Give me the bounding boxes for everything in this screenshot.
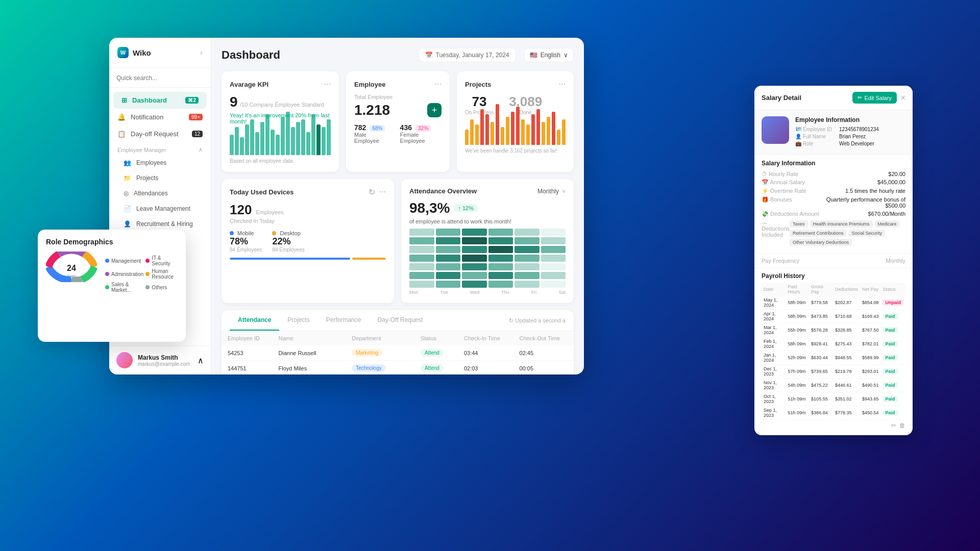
heatmap-cell bbox=[488, 237, 513, 244]
table-row[interactable]: 144751 Floyd Miles Technology Attend 02:… bbox=[222, 361, 574, 375]
legend-label: Sales & Market... bbox=[111, 282, 143, 293]
payroll-status: Paid bbox=[880, 406, 905, 420]
heatmap-cell bbox=[488, 229, 513, 236]
donut-svg: 24 Roles bbox=[46, 252, 97, 282]
heatmap-cell bbox=[436, 246, 461, 253]
payroll-net: $782.01 bbox=[860, 337, 881, 351]
attendance-sub: of employee is attend to work this month… bbox=[409, 218, 566, 224]
overtime-rate-row: ⚡ Overtime Rate 1.5 times the hourly rat… bbox=[762, 188, 905, 194]
close-button[interactable]: × bbox=[901, 93, 905, 103]
emp-role-val: Web Developer bbox=[839, 141, 874, 146]
sidebar-item-projects[interactable]: 📁 Projects bbox=[109, 170, 211, 186]
projects-menu-button[interactable]: ··· bbox=[559, 80, 566, 89]
kpi-bar bbox=[276, 135, 280, 155]
role-demographics-panel: Role Demographics 24 Roles ManagementIT … bbox=[38, 230, 186, 342]
devices-label: Employees bbox=[256, 209, 283, 215]
payroll-gross: $576.28 bbox=[809, 323, 833, 337]
cell-name: Dianne Russell bbox=[273, 345, 346, 361]
employee-photo bbox=[762, 116, 789, 144]
user-menu-icon[interactable]: ∧ bbox=[198, 356, 204, 365]
heatmap-cell bbox=[541, 263, 566, 270]
kpi-bar bbox=[316, 124, 321, 155]
tab-dayoff[interactable]: Day-Off Request bbox=[369, 310, 431, 331]
cell-dept: Marketing bbox=[346, 345, 414, 361]
desktop-dot bbox=[272, 231, 276, 235]
flag-icon: 🇺🇸 bbox=[530, 52, 537, 59]
project-bar bbox=[526, 124, 530, 145]
kpi-card-header: Avarage KPI ··· bbox=[230, 80, 331, 89]
legend-dot bbox=[105, 259, 109, 263]
deduction-tag: Other Voluntary Deductions bbox=[790, 239, 852, 246]
payroll-hours: 52h 09m bbox=[786, 351, 810, 365]
payroll-hours: 51h 09m bbox=[786, 392, 810, 406]
add-employee-button[interactable]: + bbox=[427, 103, 442, 117]
employee-menu-button[interactable]: ··· bbox=[435, 80, 442, 89]
legend-label: Management bbox=[111, 258, 141, 264]
employee-info-section: Employee Information 🪪 Employee ID 12345… bbox=[754, 110, 913, 155]
edit-salary-button[interactable]: ✏ Edit Salary bbox=[852, 92, 896, 104]
devices-menu-button[interactable]: ··· bbox=[379, 187, 386, 197]
refresh-icon[interactable]: ↻ bbox=[369, 187, 375, 197]
kpi-bar bbox=[291, 127, 295, 155]
legend-item: Human Resource bbox=[145, 268, 178, 280]
payroll-date: Mar 1, 2024 bbox=[762, 323, 786, 337]
edit-payroll-icon[interactable]: ✏ bbox=[891, 422, 896, 429]
bonuses-row: 🎁 Bonuses Quarterly performance bonus of… bbox=[762, 196, 905, 209]
tab-performance[interactable]: Performance bbox=[318, 310, 370, 331]
heatmap-cell bbox=[514, 255, 540, 262]
tab-attendance[interactable]: Attendance bbox=[230, 310, 279, 331]
calendar-icon: 📅 bbox=[425, 52, 433, 59]
app-logo-icon: W bbox=[117, 47, 129, 58]
heatmap-cell bbox=[436, 263, 461, 270]
col-date: Date bbox=[762, 283, 786, 296]
legend-label: Others bbox=[152, 285, 167, 290]
cell-status: Attend bbox=[414, 361, 458, 375]
payroll-date: May 1, 2024 bbox=[762, 296, 786, 310]
project-bar bbox=[496, 104, 499, 145]
sidebar-item-employees[interactable]: 👥 Employees bbox=[109, 155, 211, 170]
kpi-score-area: 9 /10 Company Employee Standard bbox=[230, 94, 331, 110]
tab-projects[interactable]: Projects bbox=[279, 310, 317, 331]
heatmap-cell bbox=[462, 229, 487, 236]
heatmap-cell bbox=[541, 272, 566, 279]
language-selector[interactable]: 🇺🇸 English ∨ bbox=[524, 48, 574, 62]
employees-icon: 👥 bbox=[124, 159, 131, 166]
delete-payroll-icon[interactable]: 🗑 bbox=[899, 422, 905, 429]
payroll-history-section: Payroll History Date Paid Hours Gross Pa… bbox=[754, 268, 913, 435]
kpi-bar bbox=[240, 137, 244, 155]
search-input[interactable] bbox=[116, 74, 204, 82]
sidebar-item-label: Dashboard bbox=[132, 96, 167, 104]
payroll-net: $293.01 bbox=[860, 365, 881, 379]
col-hours: Paid Hours bbox=[786, 283, 810, 296]
kpi-menu-button[interactable]: ··· bbox=[324, 80, 331, 89]
payroll-status: Paid bbox=[880, 310, 905, 323]
payroll-net: $589.99 bbox=[860, 351, 881, 365]
heatmap-cell bbox=[436, 229, 461, 236]
project-bar bbox=[465, 130, 469, 145]
project-bar bbox=[531, 114, 535, 145]
payroll-tbody: May 1, 2024 58h 09m $779.58 $202.87 $854… bbox=[762, 296, 905, 420]
project-bar bbox=[501, 127, 504, 145]
heatmap-cell bbox=[541, 255, 566, 262]
sidebar-item-dayoff[interactable]: 📋 Day-off Request 12 bbox=[109, 126, 211, 142]
bell-icon: 🔔 bbox=[117, 113, 126, 121]
legend: ManagementIT & SecurityAdministrationHum… bbox=[105, 251, 178, 293]
payroll-row: Dec 1, 2023 57h 09m $739.65 $219.78 $293… bbox=[762, 365, 905, 379]
sidebar-item-notification[interactable]: 🔔 Notification 99+ bbox=[109, 109, 211, 126]
sidebar-item-attendances[interactable]: ◎ Attendances bbox=[109, 186, 211, 201]
payroll-status: Paid bbox=[880, 365, 905, 379]
mobile-dot bbox=[230, 231, 234, 235]
sidebar-item-leave[interactable]: 📄 Leave Management bbox=[109, 201, 211, 216]
period-selector[interactable]: Monthly bbox=[537, 188, 559, 195]
payroll-hours: 54h 09m bbox=[786, 379, 810, 392]
sidebar-collapse-button[interactable]: ‹ bbox=[200, 48, 203, 57]
devices-sublabel: Checked In Today bbox=[230, 218, 386, 224]
table-row[interactable]: 54253 Dianne Russell Marketing Attend 03… bbox=[222, 345, 574, 361]
payroll-status: Paid bbox=[880, 351, 905, 365]
legend-item: Others bbox=[145, 282, 178, 293]
mobile-bar bbox=[230, 258, 350, 260]
sidebar-item-dashboard[interactable]: ⊞ Dashboard ⌘2 bbox=[113, 92, 207, 109]
project-bar bbox=[536, 109, 540, 145]
payroll-row: Oct 1, 2023 51h 09m $105.55 $351.02 $943… bbox=[762, 392, 905, 406]
mobile-count: 84 Employees bbox=[230, 247, 262, 253]
